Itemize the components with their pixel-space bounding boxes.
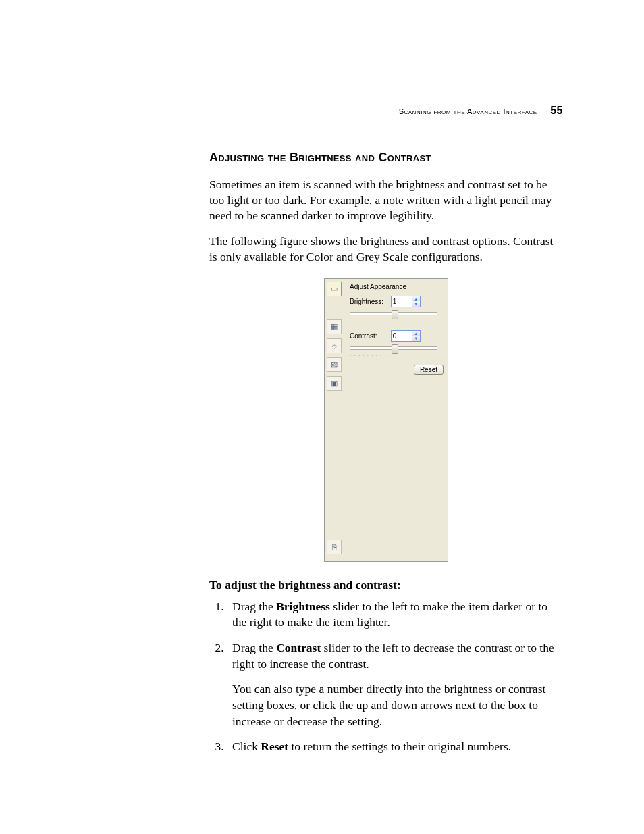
contrast-down-icon[interactable]: ▼ [412,336,420,341]
pane-title: Adjust Appearance [350,283,444,290]
paragraph-2: The following figure shows the brightnes… [209,234,563,265]
contrast-up-icon[interactable]: ▲ [412,331,420,336]
adjust-appearance-panel: ▭ ▦ ☼ ▨ ▣ ⎘ Adjust Appearance Brightness… [324,278,448,562]
reset-button[interactable]: Reset [414,365,444,375]
config-icon[interactable]: ⎘ [327,540,342,554]
brightness-spinner[interactable]: ▲ ▼ [391,296,421,307]
steps-list: Drag the Brightness slider to the left t… [209,599,563,755]
tool-strip: ▭ ▦ ☼ ▨ ▣ ⎘ [325,279,344,561]
step-2-extra: You can also type a number directly into… [232,681,563,729]
header-text: Scanning from the Advanced Interface [399,107,537,115]
brightness-icon[interactable]: ☼ [327,338,342,353]
step-3: Click Reset to return the settings to th… [227,739,563,755]
contrast-row: Contrast: ▲ ▼ · · · · · · · · · · · [350,330,444,353]
step-1: Drag the Brightness slider to the left t… [227,599,563,631]
brightness-down-icon[interactable]: ▼ [412,301,420,307]
section-title: Adjusting the Brightness and Contrast [209,151,563,165]
pattern-icon[interactable]: ▦ [327,319,342,334]
brightness-slider[interactable]: · · · · · · · · · · · [350,310,437,318]
running-header: Scanning from the Advanced Interface 55 [209,105,563,117]
brightness-up-icon[interactable]: ▲ [412,296,420,302]
brightness-row: Brightness: ▲ ▼ · · · · · · · · · · · [350,296,444,318]
page-number: 55 [550,105,563,116]
crop-icon[interactable]: ▣ [327,376,342,391]
step-2: Drag the Contrast slider to the left to … [227,640,563,729]
contrast-spinner[interactable]: ▲ ▼ [391,330,421,342]
document-icon[interactable]: ▭ [327,282,342,296]
brightness-label: Brightness: [350,298,389,305]
paragraph-1: Sometimes an item is scanned with the br… [209,177,563,223]
contrast-input[interactable] [392,331,412,341]
figure-wrap: ▭ ▦ ☼ ▨ ▣ ⎘ Adjust Appearance Brightness… [209,278,563,562]
procedure-heading: To adjust the brightness and contrast: [209,578,563,592]
contrast-slider[interactable]: · · · · · · · · · · · [350,344,437,353]
eraser-icon[interactable]: ▨ [327,357,342,372]
brightness-input[interactable] [392,296,412,307]
adjust-pane: Adjust Appearance Brightness: ▲ ▼ · · · … [344,279,448,561]
contrast-label: Contrast: [350,332,389,340]
